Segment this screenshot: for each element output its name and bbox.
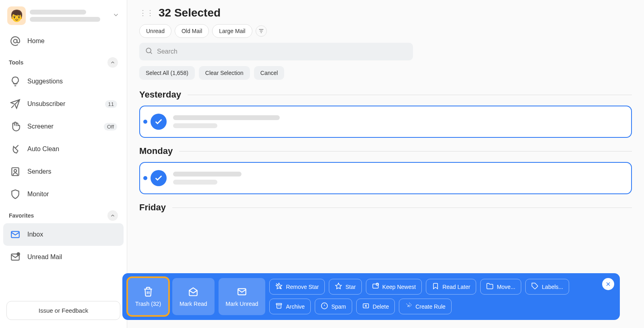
button-label: Create Rule — [415, 303, 446, 310]
sidebar-item-unsubscriber[interactable]: Unsubscriber 11 — [3, 93, 124, 115]
button-label: Archive — [286, 303, 305, 310]
read-later-button[interactable]: Read Later — [426, 279, 476, 295]
action-bar: Trash (32) Mark Read Mark Unread Remove … — [122, 273, 620, 320]
feedback-button[interactable]: Issue or Feedback — [6, 301, 120, 320]
chevron-up-icon[interactable] — [107, 210, 118, 221]
filter-unread[interactable]: Unread — [139, 24, 171, 38]
sidebar-item-inbox[interactable]: Inbox — [3, 223, 124, 246]
remove-star-button[interactable]: Remove Star — [269, 279, 325, 295]
sidebar: 👦 Home Tools Suggestions — [0, 0, 127, 328]
wand-icon — [405, 302, 412, 311]
filter-large-mail[interactable]: Large Mail — [212, 24, 252, 38]
folder-icon — [486, 282, 493, 291]
badge-count: 11 — [105, 100, 117, 108]
mail-clock-icon — [372, 282, 379, 291]
inbox-icon — [10, 229, 21, 240]
button-label: Mark Unread — [226, 301, 258, 307]
search-input[interactable] — [157, 48, 407, 55]
mark-read-button[interactable]: Mark Read — [172, 278, 214, 315]
sidebar-item-screener[interactable]: Screener Off — [3, 115, 124, 138]
mail-card[interactable] — [139, 162, 632, 194]
checkbox-checked-icon[interactable] — [151, 114, 167, 130]
cancel-button[interactable]: Cancel — [254, 66, 285, 80]
group-header-yesterday: Yesterday — [139, 89, 632, 100]
star-button[interactable]: Star — [329, 279, 362, 295]
chevron-down-icon[interactable] — [112, 11, 120, 20]
button-label: Move... — [497, 284, 515, 290]
chevron-up-icon[interactable] — [107, 57, 118, 68]
mail-x-icon — [362, 302, 369, 311]
section-header-favorites: Favorites — [3, 206, 124, 223]
sidebar-item-suggestions[interactable]: Suggestions — [3, 70, 124, 93]
svg-marker-14 — [336, 283, 342, 289]
unread-dot-icon — [143, 176, 147, 180]
badge-status: Off — [104, 123, 117, 131]
button-label: Read Later — [442, 284, 470, 290]
mail-card[interactable] — [139, 106, 632, 138]
broom-icon — [10, 143, 21, 155]
profile-row[interactable]: 👦 — [3, 5, 124, 30]
hand-icon — [10, 121, 21, 132]
button-label: Spam — [331, 303, 346, 310]
mail-dot-icon — [10, 251, 21, 263]
star-icon — [335, 282, 342, 291]
sidebar-item-senders[interactable]: Senders — [3, 160, 124, 183]
labels-button[interactable]: Labels... — [525, 279, 569, 295]
close-action-bar-button[interactable] — [602, 278, 614, 290]
sidebar-item-label: Screener — [27, 123, 54, 130]
send-slash-icon — [10, 98, 21, 110]
checkbox-checked-icon[interactable] — [151, 170, 167, 186]
create-rule-button[interactable]: Create Rule — [399, 299, 452, 314]
button-label: Star — [345, 284, 356, 290]
button-label: Remove Star — [286, 284, 319, 290]
group-title: Friday — [139, 202, 166, 213]
mail-open-icon — [188, 286, 198, 298]
archive-icon — [275, 302, 283, 311]
button-label: Trash (32) — [135, 301, 161, 307]
sidebar-item-home[interactable]: Home — [3, 30, 124, 52]
sidebar-item-label: Suggestions — [27, 78, 63, 85]
keep-newest-button[interactable]: Keep Newest — [366, 279, 422, 295]
sidebar-item-label: Senders — [27, 168, 52, 175]
mark-unread-button[interactable]: Mark Unread — [219, 278, 266, 315]
spam-button[interactable]: Spam — [315, 299, 352, 314]
group-header-monday: Monday — [139, 146, 632, 156]
drag-handle-icon[interactable]: ⋮⋮ — [139, 8, 154, 17]
sidebar-item-unread-mail[interactable]: Unread Mail — [3, 246, 124, 268]
svg-point-9 — [146, 48, 151, 53]
delete-button[interactable]: Delete — [356, 299, 395, 314]
mail-placeholder — [173, 172, 623, 185]
filter-old-mail[interactable]: Old Mail — [175, 24, 209, 38]
search-icon — [145, 47, 153, 56]
select-all-button[interactable]: Select All (1,658) — [139, 66, 195, 80]
sidebar-item-monitor[interactable]: Monitor — [3, 183, 124, 206]
sidebar-item-autoclean[interactable]: Auto Clean — [3, 138, 124, 160]
trash-button[interactable]: Trash (32) — [128, 278, 168, 315]
contacts-icon — [10, 166, 21, 177]
move-button[interactable]: Move... — [480, 279, 521, 295]
sidebar-item-label: Unread Mail — [27, 253, 62, 261]
button-label: Labels... — [542, 284, 563, 290]
sidebar-item-label: Auto Clean — [27, 145, 59, 153]
archive-button[interactable]: Archive — [269, 299, 311, 314]
filter-icon[interactable] — [256, 25, 267, 37]
at-sign-icon — [10, 35, 21, 47]
svg-line-10 — [151, 52, 152, 54]
mail-placeholder — [173, 115, 623, 128]
sidebar-item-label: Monitor — [27, 191, 49, 198]
sidebar-item-label: Inbox — [27, 231, 43, 238]
bookmark-icon — [432, 282, 439, 291]
section-label: Favorites — [9, 212, 34, 219]
page-title: 32 Selected — [159, 6, 221, 19]
button-label: Keep Newest — [382, 284, 416, 290]
tag-icon — [531, 282, 539, 291]
group-header-friday: Friday — [139, 202, 632, 213]
svg-rect-18 — [277, 303, 282, 305]
search-box[interactable] — [139, 43, 413, 60]
clear-selection-button[interactable]: Clear Selection — [199, 66, 250, 80]
lightbulb-icon — [10, 76, 21, 87]
trash-icon — [143, 286, 153, 298]
sidebar-item-label: Home — [27, 37, 45, 45]
avatar: 👦 — [7, 6, 26, 25]
alert-icon — [321, 302, 328, 311]
